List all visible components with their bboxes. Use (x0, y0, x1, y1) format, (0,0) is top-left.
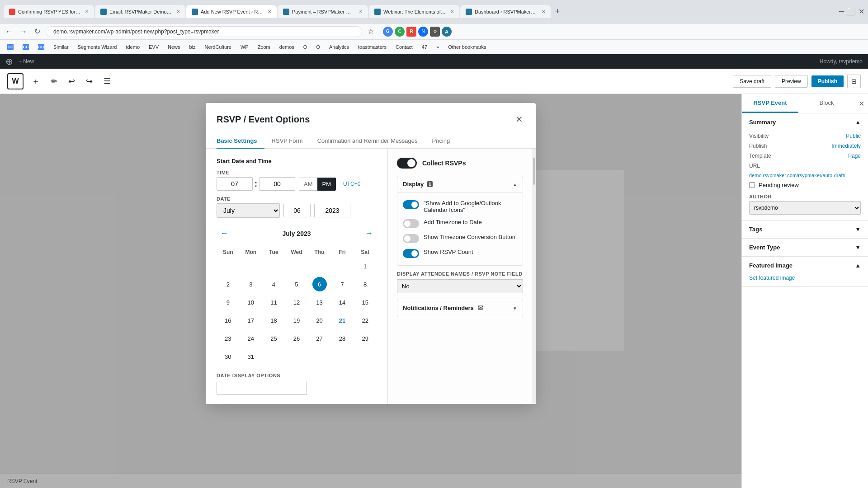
toolbar-add-block[interactable]: ＋ (29, 73, 42, 89)
browser-tab-6[interactable]: Dashboard ‹ RSVPMaker E... ✕ (460, 5, 551, 18)
sidebar-event-type-header[interactable]: Event Type ▼ (742, 239, 868, 256)
bookmark-toastmasters[interactable]: toastmasters (354, 43, 390, 51)
sidebar-tab-block[interactable]: Block (798, 94, 855, 113)
bookmark-cc3[interactable]: CC (34, 42, 48, 52)
modal-tab-basic-settings[interactable]: Basic Settings (217, 134, 264, 149)
bookmark-more[interactable]: » (433, 43, 443, 51)
sidebar-summary-header[interactable]: Summary ▲ (742, 113, 868, 131)
bookmark-tdemo[interactable]: tdemo (122, 43, 143, 51)
url-value[interactable]: demo.rsvpmaker.com/rsvpmaker/auto-draft/ (749, 171, 861, 180)
wp-editor-logo[interactable]: W (7, 73, 24, 89)
sidebar-tab-rsvp-event[interactable]: RSVP Event (742, 94, 798, 113)
cal-day-num-20[interactable]: 20 (312, 313, 327, 328)
cal-day-num-4[interactable]: 4 (266, 277, 281, 291)
ext-icon-profile[interactable]: A (442, 27, 452, 37)
utc-label[interactable]: UTC+0 (343, 181, 360, 187)
author-select[interactable]: rsvpdemo (749, 201, 861, 215)
bookmark-o1[interactable]: O (300, 43, 311, 51)
cal-day-num-26[interactable]: 26 (289, 331, 304, 346)
cal-day-num-10[interactable]: 10 (244, 295, 258, 310)
cal-day-num-29[interactable]: 29 (358, 331, 373, 346)
bookmark-demos[interactable]: demos (276, 43, 298, 51)
cal-day-num-11[interactable]: 11 (266, 295, 281, 310)
bookmark-star[interactable]: ☆ (366, 25, 376, 38)
cal-day-num-24[interactable]: 24 (244, 331, 258, 346)
cal-day-num-1[interactable]: 1 (358, 259, 373, 273)
ext-icon-1[interactable]: G (383, 27, 393, 37)
tab-close-3[interactable]: ✕ (268, 9, 271, 14)
cal-day-num-17[interactable]: 17 (244, 313, 258, 328)
preview-button[interactable]: Preview (775, 75, 808, 88)
bookmark-other[interactable]: Other bookmarks (444, 43, 490, 51)
bookmark-analytics[interactable]: Analytics (326, 43, 353, 51)
pending-review-checkbox[interactable] (749, 182, 755, 188)
cal-day-num-7[interactable]: 7 (335, 277, 349, 291)
cal-next-button[interactable]: → (361, 227, 377, 240)
sidebar-close-button[interactable]: ✕ (855, 96, 868, 112)
month-select[interactable]: July JanuaryFebruaryMarch AprilMayJune J… (217, 203, 280, 218)
visibility-value[interactable]: Public (846, 133, 861, 139)
tab-close-4[interactable]: ✕ (359, 9, 363, 14)
bookmark-contact[interactable]: Contact (392, 43, 416, 51)
address-bar[interactable] (46, 26, 362, 37)
toolbar-list-view[interactable]: ☰ (101, 74, 113, 89)
bookmark-news[interactable]: News (164, 43, 184, 51)
browser-tab-3[interactable]: Add New RSVP Event ‹ RSV... ✕ (186, 5, 277, 18)
timezone-btn-toggle[interactable] (403, 234, 419, 243)
modal-scrollbar-thumb[interactable] (533, 158, 535, 185)
browser-tab-5[interactable]: Webinar: The Elements of C... ✕ (369, 5, 459, 18)
cal-prev-button[interactable]: ← (217, 227, 232, 240)
cal-day-num-28[interactable]: 28 (335, 331, 349, 346)
collect-rsvps-toggle[interactable] (397, 158, 417, 169)
ext-icon-2[interactable]: C (395, 27, 405, 37)
am-button[interactable]: AM (299, 178, 317, 191)
save-draft-button[interactable]: Save draft (733, 75, 771, 88)
tab-close-5[interactable]: ✕ (450, 9, 454, 14)
tab-close-1[interactable]: ✕ (85, 9, 89, 14)
sidebar-featured-image-header[interactable]: Featured image ▲ (742, 257, 868, 274)
modal-close-button[interactable]: ✕ (514, 112, 525, 127)
display-info-icon[interactable]: ℹ (427, 181, 433, 187)
day-input[interactable] (283, 204, 311, 217)
toolbar-redo[interactable]: ↪ (83, 74, 95, 89)
browser-tab-2[interactable]: Email: RSVPMaker Demo w... ✕ (95, 5, 185, 18)
new-tab-button[interactable]: + (552, 5, 564, 18)
bookmark-segments[interactable]: Segments Wizard (74, 43, 121, 51)
cal-day-num-16[interactable]: 16 (221, 313, 235, 328)
forward-button[interactable]: → (18, 26, 29, 38)
toolbar-edit[interactable]: ✏ (48, 74, 60, 89)
template-value[interactable]: Page (848, 153, 861, 159)
cal-day-num-3[interactable]: 3 (244, 277, 258, 291)
bookmark-47[interactable]: 47 (418, 43, 431, 51)
settings-toggle[interactable]: ⊟ (847, 75, 861, 88)
bookmark-similar[interactable]: Similar (50, 43, 72, 51)
year-input[interactable] (314, 204, 350, 217)
cal-day-num-21[interactable]: 21 (335, 313, 349, 328)
browser-tab-1[interactable]: Confirming RSVP YES for R... ✕ (4, 5, 94, 18)
modal-tab-pricing[interactable]: Pricing (425, 134, 458, 149)
publish-value[interactable]: Immediately (831, 143, 861, 149)
cal-day-num-6[interactable]: 6 (312, 277, 327, 291)
bookmark-nerdculture[interactable]: NerdCulture (201, 43, 235, 51)
modal-tab-confirmation[interactable]: Confirmation and Reminder Messages (310, 134, 425, 149)
cal-day-num-8[interactable]: 8 (358, 277, 373, 291)
set-featured-image-link[interactable]: Set featured image (749, 275, 795, 281)
ext-icon-4[interactable]: N (418, 27, 428, 37)
cal-day-num-9[interactable]: 9 (221, 295, 235, 310)
ext-icon-5[interactable]: ⚙ (430, 27, 440, 37)
timezone-date-toggle[interactable] (403, 219, 419, 228)
cal-day-num-14[interactable]: 14 (335, 295, 349, 310)
cal-day-num-23[interactable]: 23 (221, 331, 235, 346)
reload-button[interactable]: ↻ (33, 25, 42, 38)
time-minute-input[interactable] (259, 177, 295, 191)
bookmark-o2[interactable]: O (312, 43, 324, 51)
cal-day-num-25[interactable]: 25 (266, 331, 281, 346)
bookmark-biz[interactable]: biz (186, 43, 199, 51)
cal-day-num-12[interactable]: 12 (289, 295, 304, 310)
sidebar-tags-header[interactable]: Tags ▼ (742, 221, 868, 238)
cal-day-num-15[interactable]: 15 (358, 295, 373, 310)
cal-day-num-22[interactable]: 22 (358, 313, 373, 328)
google-cal-toggle[interactable] (403, 200, 419, 209)
back-button[interactable]: ← (4, 26, 14, 38)
bookmark-cc2[interactable]: CC (19, 42, 33, 52)
